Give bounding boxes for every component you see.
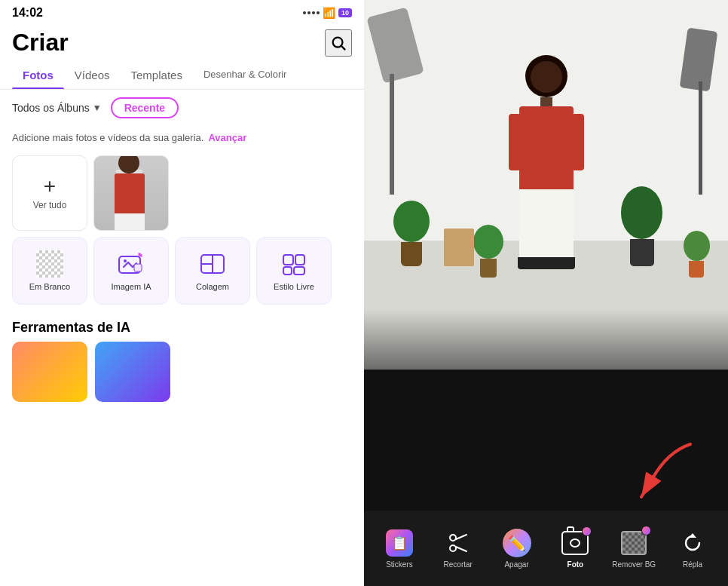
search-icon xyxy=(330,35,347,51)
signal-dots xyxy=(303,11,320,14)
tool-colagem[interactable]: Colagem xyxy=(175,237,250,305)
tool-colagem-label: Colagem xyxy=(196,282,229,291)
foto-button[interactable]: Foto xyxy=(552,528,598,569)
camera-icon xyxy=(560,528,590,558)
bottom-toolbar: 📋 Stickers Recortar ✏️ xyxy=(364,511,728,586)
viewer-gradient xyxy=(364,309,728,370)
ia-grid xyxy=(0,342,364,402)
svg-point-0 xyxy=(333,37,343,47)
ia-section-title: Ferramentas de IA xyxy=(0,314,364,342)
app-header: Criar xyxy=(0,23,364,63)
gallery-notice-text: Adicione mais fotos e vídeos da sua gale… xyxy=(12,132,203,143)
ver-tudo-card[interactable]: + Ver tudo xyxy=(12,155,87,231)
dark-space xyxy=(364,370,728,511)
remove-bg-label: Remover BG xyxy=(612,560,656,569)
app-title: Criar xyxy=(12,29,69,57)
chevron-down-icon: ▼ xyxy=(93,103,102,113)
tool-grid: Em Branco Imagem IA xyxy=(0,237,364,314)
stickers-label: Stickers xyxy=(386,560,413,569)
recortar-button[interactable]: Recortar xyxy=(436,528,481,569)
tool-estilo-livre-label: Estilo Livre xyxy=(274,282,314,291)
album-dropdown[interactable]: Todos os Álbuns ▼ xyxy=(12,102,102,114)
status-icons: 📶 10 xyxy=(303,7,352,19)
stickers-icon: 📋 xyxy=(384,528,414,558)
replay-icon xyxy=(678,528,708,558)
album-label: Todos os Álbuns xyxy=(12,102,90,114)
gallery-notice: Adicione mais fotos e vídeos da sua gale… xyxy=(0,126,364,149)
softbox-stand-right xyxy=(699,81,702,195)
plant-left xyxy=(393,201,430,266)
avancar-link[interactable]: Avançar xyxy=(208,132,246,143)
tab-templates[interactable]: Templates xyxy=(121,63,193,89)
svg-line-16 xyxy=(456,547,466,551)
svg-marker-17 xyxy=(689,533,696,538)
left-panel: 14:02 📶 10 Criar Fotos Vídeos xyxy=(0,0,364,586)
right-panel: 📋 Stickers Recortar ✏️ xyxy=(364,0,728,586)
wifi-icon: 📶 xyxy=(323,7,335,19)
tool-em-branco[interactable]: Em Branco xyxy=(12,237,87,305)
red-arrow xyxy=(600,437,698,505)
apagar-label: Apagar xyxy=(504,560,528,569)
ia-card-2[interactable] xyxy=(95,342,170,402)
tool-estilo-livre[interactable]: Estilo Livre xyxy=(256,237,332,305)
photo-grid: + Ver tudo xyxy=(0,149,364,237)
plant-middle xyxy=(473,225,503,278)
svg-point-3 xyxy=(124,259,127,262)
tool-em-branco-label: Em Branco xyxy=(29,282,70,291)
svg-line-1 xyxy=(341,46,345,50)
search-button[interactable] xyxy=(325,29,352,57)
battery-icon: 10 xyxy=(338,8,352,17)
ia-card-1[interactable] xyxy=(12,342,87,402)
photo-thumbnail[interactable] xyxy=(93,155,169,231)
tab-desenhar[interactable]: Desenhar & Colorir xyxy=(193,63,298,89)
status-time: 14:02 xyxy=(12,6,43,20)
recente-button[interactable]: Recente xyxy=(111,97,179,118)
remove-bg-button[interactable]: Remover BG xyxy=(611,528,656,569)
repla-button[interactable]: Répla xyxy=(670,528,715,569)
photo-person-bg xyxy=(94,156,168,230)
ia-image-icon xyxy=(118,250,145,278)
tab-videos[interactable]: Vídeos xyxy=(64,63,121,89)
svg-rect-4 xyxy=(134,264,142,272)
collage-icon xyxy=(199,250,226,278)
stickers-button[interactable]: 📋 Stickers xyxy=(377,528,422,569)
apagar-button[interactable]: ✏️ Apagar xyxy=(494,528,540,569)
plant-right-small xyxy=(684,231,710,278)
remove-bg-icon xyxy=(619,528,649,558)
softbox-stand-left xyxy=(390,74,394,195)
svg-point-14 xyxy=(450,545,456,551)
svg-rect-10 xyxy=(283,267,292,275)
plant-right-large xyxy=(621,186,662,266)
tabs-bar: Fotos Vídeos Templates Desenhar & Colori… xyxy=(0,63,364,90)
wooden-stool xyxy=(444,229,474,266)
tool-imagem-ia-label: Imagem IA xyxy=(111,282,151,291)
photo-viewer xyxy=(364,0,728,370)
filter-row: Todos os Álbuns ▼ Recente xyxy=(0,90,364,126)
svg-rect-11 xyxy=(294,267,304,275)
plus-icon: + xyxy=(44,176,56,197)
tab-fotos[interactable]: Fotos xyxy=(12,63,64,89)
ver-tudo-label: Ver tudo xyxy=(33,200,67,210)
recortar-label: Recortar xyxy=(444,560,473,569)
svg-rect-9 xyxy=(295,255,304,265)
foto-label: Foto xyxy=(567,560,584,569)
svg-rect-8 xyxy=(283,255,293,265)
checkerboard-icon xyxy=(36,250,63,278)
svg-point-13 xyxy=(450,535,456,541)
eraser-icon: ✏️ xyxy=(502,528,532,558)
studio-person xyxy=(501,55,592,266)
status-bar: 14:02 📶 10 xyxy=(0,0,364,23)
free-style-icon xyxy=(280,250,307,278)
repla-label: Répla xyxy=(683,560,702,569)
svg-line-15 xyxy=(456,535,466,539)
scissors-icon xyxy=(443,528,473,558)
tool-imagem-ia[interactable]: Imagem IA xyxy=(93,237,169,305)
